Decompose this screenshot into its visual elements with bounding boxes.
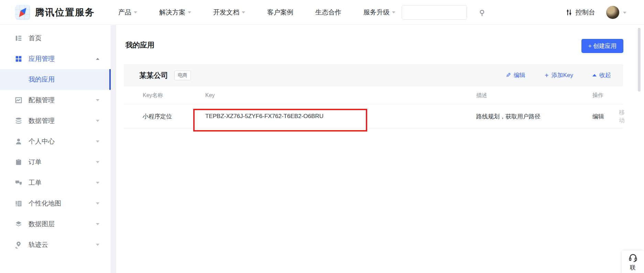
col-key: Key xyxy=(205,92,215,98)
sidebar-item-label: 首页 xyxy=(29,34,42,43)
user-icon xyxy=(14,137,23,146)
search-input[interactable] xyxy=(402,6,479,19)
nav-service-upgrade[interactable]: 服务升级 xyxy=(363,8,395,17)
apps-grid-icon xyxy=(14,55,23,63)
brand-logo[interactable]: 腾讯位置服务 xyxy=(15,5,95,20)
search-box: ⚲ xyxy=(402,5,467,20)
headset-icon xyxy=(629,253,637,262)
key-value-cell: TEPBZ-XZ76J-5ZYF6-FX762-T6EB2-O6BRU xyxy=(205,113,324,120)
sidebar: 首页 应用管理 我的应用 配额管理 数据管理 个人中心 订单 xyxy=(0,25,111,273)
edit-key-link[interactable]: 编辑 xyxy=(592,112,604,120)
chevron-up-icon[interactable] xyxy=(96,58,99,60)
sidebar-item-label: 配额管理 xyxy=(29,96,55,105)
sidebar-item-label: 数据管理 xyxy=(29,116,55,125)
chevron-up-icon xyxy=(592,74,597,76)
ticket-chat-icon xyxy=(14,179,23,187)
sidebar-item-custom-map[interactable]: 个性化地图 xyxy=(0,193,111,214)
sidebar-item-label: 应用管理 xyxy=(29,54,55,63)
sidebar-item-label: 个性化地图 xyxy=(29,199,61,208)
nav-solutions[interactable]: 解决方案 xyxy=(159,8,191,17)
custom-map-icon xyxy=(14,199,23,208)
chevron-down-icon[interactable] xyxy=(96,182,99,184)
app-card-header: 某某公司 电商 ✎ 编辑 + 添加Key 收起 xyxy=(124,64,623,86)
chevron-down-icon[interactable] xyxy=(96,140,99,143)
page-title: 我的应用 xyxy=(125,40,154,50)
col-operation: 操作 xyxy=(592,92,603,99)
sidebar-item-track-cloud[interactable]: 轨迹云 xyxy=(0,234,111,255)
sliders-icon xyxy=(566,9,572,16)
sidebar-item-label: 数据图层 xyxy=(29,220,55,229)
key-name-cell: 小程序定位 xyxy=(143,112,172,120)
chevron-down-icon xyxy=(392,11,395,13)
app-category-badge: 电商 xyxy=(174,71,191,80)
col-description: 描述 xyxy=(476,92,487,99)
chevron-down-icon xyxy=(134,11,137,13)
sidebar-item-label: 工单 xyxy=(29,178,42,187)
key-table-header: Key名称 Key 描述 操作 xyxy=(124,86,623,104)
chevron-down-icon[interactable] xyxy=(96,244,99,246)
sidebar-item-data-layers[interactable]: 数据图层 xyxy=(0,214,111,234)
chevron-down-icon[interactable] xyxy=(96,99,99,101)
move-key-link[interactable]: 移动 xyxy=(619,108,625,124)
sidebar-item-label: 个人中心 xyxy=(29,137,55,146)
database-icon xyxy=(14,117,23,125)
plus-icon: + xyxy=(545,72,549,79)
chevron-down-icon[interactable] xyxy=(96,161,99,163)
create-app-button[interactable]: + 创建应用 xyxy=(581,39,623,53)
collapse-link[interactable]: 收起 xyxy=(592,71,611,79)
sidebar-item-app-management[interactable]: 应用管理 xyxy=(0,49,111,69)
contact-label: 联 xyxy=(630,264,636,272)
sidebar-item-label: 轨迹云 xyxy=(29,240,48,249)
scrollbar-thumb[interactable] xyxy=(638,28,641,92)
chevron-down-icon xyxy=(242,11,245,13)
add-key-link[interactable]: + 添加Key xyxy=(545,71,573,79)
sidebar-divider xyxy=(111,25,116,273)
sidebar-item-orders[interactable]: 订单 xyxy=(0,152,111,172)
quota-chart-icon xyxy=(14,96,23,104)
edit-app-link[interactable]: ✎ 编辑 xyxy=(506,71,525,79)
pencil-icon: ✎ xyxy=(506,72,511,79)
chevron-down-icon xyxy=(188,11,191,13)
nav-ecosystem[interactable]: 生态合作 xyxy=(315,8,341,17)
app-card: 某某公司 电商 ✎ 编辑 + 添加Key 收起 Key名称 Key 描述 xyxy=(124,64,623,128)
avatar-chevron-down-icon[interactable] xyxy=(623,12,626,14)
chevron-down-icon[interactable] xyxy=(96,202,99,204)
layers-icon xyxy=(14,220,23,228)
main-content: 我的应用 + 创建应用 某某公司 电商 ✎ 编辑 + 添加Key 收起 xyxy=(116,25,644,273)
sidebar-item-label: 我的应用 xyxy=(29,75,55,84)
contact-support-widget[interactable]: 联 xyxy=(622,251,644,273)
app-actions: ✎ 编辑 + 添加Key 收起 xyxy=(506,71,611,79)
chevron-down-icon[interactable] xyxy=(96,223,99,225)
nav-docs[interactable]: 开发文档 xyxy=(213,8,245,17)
col-key-name: Key名称 xyxy=(143,92,163,99)
user-avatar[interactable] xyxy=(606,6,619,19)
sidebar-item-personal-center[interactable]: 个人中心 xyxy=(0,131,111,152)
key-table-row: 小程序定位 TEPBZ-XZ76J-5ZYF6-FX762-T6EB2-O6BR… xyxy=(124,104,623,128)
key-description-cell: 路线规划，获取用户路径 xyxy=(476,112,541,120)
compass-logo-icon xyxy=(15,5,30,20)
app-name: 某某公司 xyxy=(139,71,168,80)
order-clipboard-icon xyxy=(14,158,23,166)
top-header: 腾讯位置服务 产品 解决方案 开发文档 客户案例 生态合作 服务升级 ⚲ 控制台 xyxy=(0,0,644,25)
search-icon[interactable]: ⚲ xyxy=(479,9,484,16)
sidebar-item-quota-management[interactable]: 配额管理 xyxy=(0,90,111,111)
brand-name: 腾讯位置服务 xyxy=(35,6,95,19)
sidebar-item-my-apps[interactable]: 我的应用 xyxy=(0,69,111,90)
sidebar-item-data-management[interactable]: 数据管理 xyxy=(0,111,111,131)
chevron-down-icon[interactable] xyxy=(96,120,99,122)
sidebar-item-work-orders[interactable]: 工单 xyxy=(0,172,111,193)
nav-products[interactable]: 产品 xyxy=(118,8,137,17)
top-navigation: 产品 解决方案 开发文档 客户案例 生态合作 服务升级 xyxy=(118,8,395,17)
track-pin-icon xyxy=(14,241,23,249)
nav-cases[interactable]: 客户案例 xyxy=(267,8,293,17)
sidebar-item-label: 订单 xyxy=(29,158,42,167)
home-icon xyxy=(14,34,23,42)
sidebar-item-home[interactable]: 首页 xyxy=(0,28,111,49)
console-link[interactable]: 控制台 xyxy=(566,0,595,25)
